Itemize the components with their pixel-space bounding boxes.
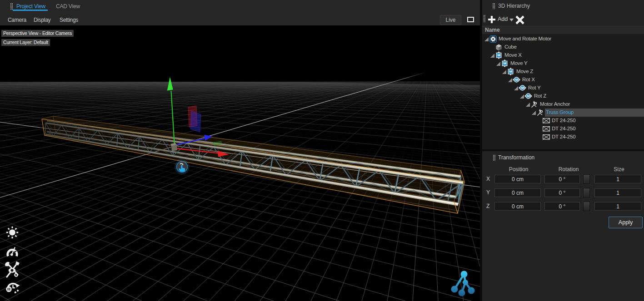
svg-text:M: M xyxy=(515,78,518,82)
svg-text:M: M xyxy=(497,53,500,57)
svg-text:M: M xyxy=(527,94,529,98)
svg-text:M: M xyxy=(521,86,524,90)
svg-text:M: M xyxy=(503,61,506,65)
svg-text:M: M xyxy=(509,69,512,74)
